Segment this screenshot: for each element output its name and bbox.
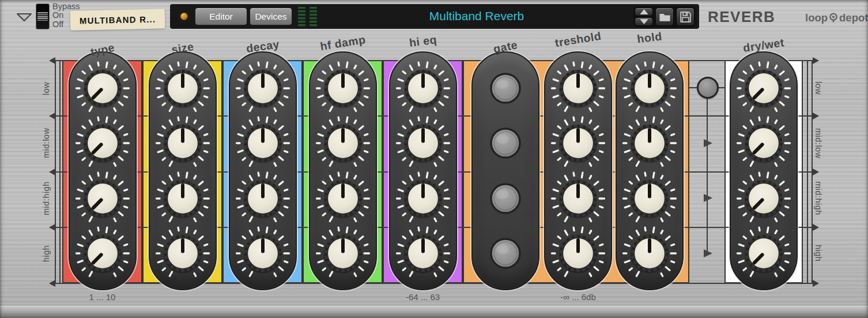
gate-button-mid-high[interactable]: [478, 171, 533, 226]
type-knob-mid-low[interactable]: [75, 115, 130, 171]
hi-eq-knob-mid-high[interactable]: [395, 171, 451, 226]
hold-knob-mid-low[interactable]: [622, 115, 677, 171]
multiband-reverb-device: Bypass On Off MULTIBAND R... Editor Devi…: [0, 0, 868, 318]
decay-knob-high[interactable]: [235, 226, 290, 281]
size-knob-mid-high[interactable]: [155, 171, 210, 226]
treshold-knob-mid-low[interactable]: [550, 115, 606, 171]
band-rail-line: [55, 60, 56, 283]
treshold-range-label: -∞ ... 6db: [532, 292, 624, 302]
band-rail-line: [807, 60, 808, 283]
hf-damp-knob-mid-low[interactable]: [315, 115, 371, 171]
band-label-mid-low: mid:low: [39, 117, 53, 169]
treshold-knob-low[interactable]: [550, 61, 606, 116]
band-label-high: high: [39, 227, 53, 279]
size-knob-mid-low[interactable]: [155, 115, 210, 171]
routing-arrow-icon: [704, 194, 712, 202]
decay-knob-mid-low[interactable]: [235, 115, 290, 171]
band-label-high: high: [812, 227, 825, 279]
hold-knob-high[interactable]: [622, 226, 677, 281]
decay-knob-low[interactable]: [235, 61, 290, 116]
dry-wet-knob-high[interactable]: [736, 226, 791, 281]
routing-line: [707, 88, 708, 253]
band-matrix: lowlowmid:lowmid:lowmid:highmid:highhigh…: [0, 0, 868, 318]
type-range-label: 1 ... 10: [56, 292, 149, 302]
dry-wet-knob-mid-low[interactable]: [736, 115, 791, 171]
gate-button-high[interactable]: [478, 226, 533, 281]
band-label-mid-high: mid:high: [812, 173, 825, 225]
size-knob-high[interactable]: [155, 226, 210, 281]
routing-arrow-icon: [704, 249, 712, 257]
treshold-knob-high[interactable]: [550, 226, 606, 281]
gate-button-mid-low[interactable]: [478, 115, 533, 171]
band-rail-line: [59, 60, 61, 283]
type-knob-mid-high[interactable]: [75, 171, 130, 226]
dry-wet-knob-mid-high[interactable]: [736, 171, 791, 226]
routing-arrow-icon: [704, 139, 712, 147]
hf-damp-knob-low[interactable]: [315, 61, 371, 116]
type-knob-high[interactable]: [75, 226, 130, 281]
hi-eq-range-label: -64 ... 63: [377, 292, 469, 302]
band-label-low: low: [812, 62, 825, 114]
band-label-mid-high: mid:high: [39, 173, 53, 225]
hold-knob-low[interactable]: [622, 61, 677, 116]
hold-knob-mid-high[interactable]: [622, 171, 677, 226]
decay-knob-mid-high[interactable]: [235, 171, 290, 226]
routing-knob[interactable]: [697, 77, 719, 99]
hi-eq-knob-low[interactable]: [395, 61, 451, 116]
band-arrow-right-icon: [813, 280, 819, 287]
hf-damp-knob-mid-high[interactable]: [315, 171, 371, 226]
hi-eq-knob-high[interactable]: [395, 226, 451, 281]
hi-eq-column-label: hi eq: [376, 29, 470, 53]
type-knob-low[interactable]: [75, 61, 130, 116]
hi-eq-knob-mid-low[interactable]: [395, 115, 451, 171]
band-label-low: low: [39, 62, 53, 114]
hf-damp-knob-high[interactable]: [315, 226, 371, 281]
band-label-mid-low: mid:low: [812, 117, 825, 169]
gate-button-low[interactable]: [478, 61, 533, 116]
treshold-knob-mid-high[interactable]: [550, 171, 606, 226]
dry-wet-knob-low[interactable]: [736, 61, 791, 116]
size-knob-low[interactable]: [155, 61, 210, 116]
